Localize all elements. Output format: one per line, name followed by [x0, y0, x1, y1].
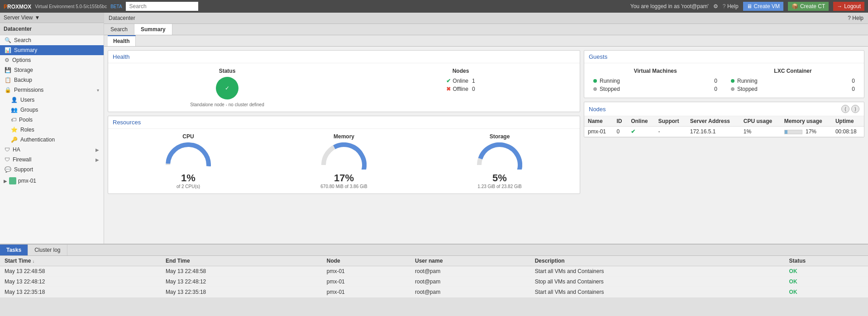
node-tree-item[interactable]: ▶ pmx-01: [0, 175, 104, 186]
lxc-running-dot: [731, 79, 734, 83]
cell-id: 0: [613, 127, 627, 137]
status-title: Status: [219, 68, 236, 74]
content-tabs: Search Summary: [104, 24, 868, 35]
logo: PROXMOX: [4, 3, 31, 10]
nodes-panel-title: Nodes: [589, 106, 606, 113]
vm-stopped-label: Stopped: [600, 86, 620, 92]
tab-summary[interactable]: Summary: [134, 24, 172, 35]
sidebar-item-storage[interactable]: 💾 Storage: [0, 65, 104, 75]
th-user[interactable]: User name: [410, 256, 530, 266]
cell-start-time: May 13 22:48:58: [0, 266, 161, 277]
topbar-right: You are logged in as 'root@pam' ⚙ ? Help…: [630, 2, 864, 11]
vm-running-label: Running: [600, 78, 620, 84]
th-node[interactable]: Node: [322, 256, 410, 266]
create-ct-button[interactable]: 📦 Create CT: [788, 2, 829, 11]
sidebar-item-label: Groups: [20, 107, 38, 113]
col-support: Support: [655, 116, 687, 127]
sidebar-item-support[interactable]: 💬 Support: [0, 165, 104, 175]
nodes-panel: Nodes ⟨ ⟩ Name ID Online Support: [584, 102, 864, 137]
tab-label: Search: [110, 26, 128, 33]
support-icon: 💬: [5, 166, 11, 173]
stopped-dot: [593, 87, 597, 91]
memory-resource: Memory 17% 670.80 MiB of 3.86 GiB: [268, 133, 420, 189]
nodes-panel-header: Nodes ⟨ ⟩: [584, 102, 864, 116]
th-start-time[interactable]: Start Time ↓: [0, 256, 161, 266]
logout-button[interactable]: → Logout: [833, 2, 864, 11]
chevron-down-icon: ▼: [34, 14, 40, 21]
tag-icon: 🏷: [11, 117, 16, 123]
guests-panel: Guests Virtual Machines Running: [584, 50, 864, 98]
gear-icon: ⚙: [5, 57, 10, 63]
nodes-prev-btn[interactable]: ⟨: [841, 105, 849, 113]
right-panels: Guests Virtual Machines Running: [584, 50, 864, 240]
lxc-title: LXC Container: [726, 68, 859, 74]
nodes-next-btn[interactable]: ⟩: [851, 105, 859, 113]
create-vm-button[interactable]: 🖥 Create VM: [743, 2, 783, 11]
cell-description: Stop all VMs and Containers: [530, 277, 785, 287]
sidebar-item-summary[interactable]: 📊 Summary: [0, 45, 104, 55]
cell-memory-usage: 17%: [781, 127, 832, 137]
sidebar-item-roles[interactable]: ⭐ Roles: [0, 125, 104, 135]
sidebar-item-pools[interactable]: 🏷 Pools: [0, 115, 104, 125]
health-panel-title: Health: [108, 51, 580, 63]
main-layout: Server View ▼ Datacenter 🔍 Search 📊 Summ…: [0, 13, 868, 244]
cpu-percent: 1%: [181, 172, 196, 184]
content-help-btn[interactable]: ? Help: [848, 15, 863, 21]
user-icon: 👤: [11, 97, 18, 103]
lxc-stopped-row: Stopped 0: [726, 85, 859, 93]
firewall-icon: 🛡: [5, 156, 10, 163]
online-check: ✔: [631, 128, 635, 135]
tab-label: Summary: [141, 26, 166, 33]
sidebar-item-backup[interactable]: 📋 Backup: [0, 75, 104, 85]
cell-cpu-usage: 1%: [740, 127, 781, 137]
settings-icon[interactable]: ⚙: [713, 3, 718, 9]
sidebar-item-firewall[interactable]: 🛡 Firewall ▶: [0, 155, 104, 165]
topbar-search-input[interactable]: [126, 2, 198, 11]
subtab-health[interactable]: Health: [108, 35, 136, 46]
th-status[interactable]: Status: [785, 256, 868, 266]
offline-x-icon: ✖: [446, 86, 451, 92]
th-description[interactable]: Description: [530, 256, 785, 266]
cell-node: pmx-01: [322, 287, 410, 297]
storage-resource: Storage 5% 1.23 GiB of 23.82 GiB: [424, 133, 575, 189]
topbar-help-label[interactable]: ? Help: [723, 3, 739, 9]
online-count: 1: [472, 78, 475, 84]
cell-online: ✔: [627, 127, 654, 137]
cell-user: root@pam: [410, 287, 530, 297]
roles-icon: ⭐: [11, 127, 18, 133]
sidebar-item-options[interactable]: ⚙ Options: [0, 55, 104, 65]
content-area: Datacenter ? Help Search Summary Health: [104, 13, 868, 244]
storage-gauge: [477, 142, 522, 170]
bottom-tab-tasks[interactable]: Tasks: [0, 245, 28, 255]
sidebar-item-permissions[interactable]: 🔒 Permissions ▾: [0, 85, 104, 95]
sidebar-item-users[interactable]: 👤 Users: [0, 95, 104, 105]
sidebar-item-authentication[interactable]: 🔑 Authentication: [0, 135, 104, 145]
cell-start-time: May 13 22:48:12: [0, 277, 161, 287]
sidebar-item-search[interactable]: 🔍 Search: [0, 35, 104, 45]
help-icon: ?: [848, 15, 851, 21]
cell-name: pmx-01: [584, 127, 613, 137]
server-view-dropdown[interactable]: Server View ▼: [4, 14, 40, 21]
storage-icon: 💾: [5, 67, 11, 73]
tasks-table-body: May 13 22:48:58 May 13 22:48:58 pmx-01 r…: [0, 266, 868, 297]
tab-search[interactable]: Search: [104, 24, 134, 35]
cell-description: Start all VMs and Containers: [530, 287, 785, 297]
lxc-running-label: Running: [737, 78, 758, 84]
th-end-time[interactable]: End Time: [161, 256, 322, 266]
sidebar-item-ha[interactable]: 🛡 HA ▶: [0, 145, 104, 155]
sidebar-item-label: HA: [13, 146, 20, 153]
list-item: May 13 22:48:58 May 13 22:48:58 pmx-01 r…: [0, 266, 868, 277]
vm-stopped-row: Stopped 0: [589, 85, 722, 93]
subtab-label: Health: [113, 38, 130, 44]
col-id: ID: [613, 116, 627, 127]
sidebar-item-groups[interactable]: 👥 Groups: [0, 105, 104, 115]
resources-panel-title: Resources: [108, 116, 580, 129]
app-beta[interactable]: BETA: [110, 4, 122, 9]
cell-status: OK: [785, 287, 868, 297]
vm-running-row: Running 0: [589, 77, 722, 85]
col-name: Name: [584, 116, 613, 127]
bottom-tab-cluster-log[interactable]: Cluster log: [28, 245, 67, 255]
col-memory-usage: Memory usage: [781, 116, 832, 127]
node-icon: [9, 177, 16, 184]
sidebar-item-label: Support: [14, 166, 33, 173]
